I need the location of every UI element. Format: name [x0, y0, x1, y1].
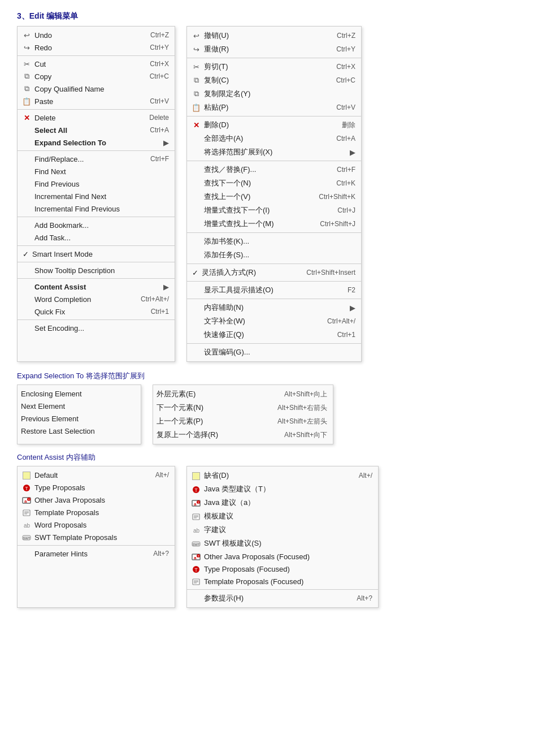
smartinsert-label: Smart Insert Mode: [32, 250, 169, 258]
svg-text:SWT: SWT: [192, 543, 200, 546]
expand-restore[interactable]: Restore Last Selection: [18, 425, 141, 437]
menu-item-addtask-cn[interactable]: 添加任务(S)...: [187, 248, 361, 262]
expand-restore-cn[interactable]: 复原上一个选择(R) Alt+Shift+向下: [153, 428, 333, 442]
expand-enclosing[interactable]: Enclosing Element: [18, 387, 141, 400]
menu-item-redo[interactable]: ↪ Redo Ctrl+Y: [18, 41, 175, 54]
menu-item-smartinsert[interactable]: ✓ Smart Insert Mode: [18, 248, 175, 260]
sep-cn-5: [187, 263, 361, 264]
menu-item-copyq[interactable]: ⧉ Copy Qualified Name: [18, 83, 175, 95]
ca-sep-left: [18, 545, 175, 546]
cut-label: Cut: [34, 60, 138, 68]
menu-item-findnext-cn[interactable]: 查找下一个(N) Ctrl+K: [187, 176, 361, 190]
menu-item-wordcompletion[interactable]: Word Completion Ctrl+Alt+/: [18, 293, 175, 305]
menu-item-undo[interactable]: ↩ Undo Ctrl+Z: [18, 29, 175, 41]
undo-shortcut: Ctrl+Z: [150, 31, 169, 39]
ca-template-focused[interactable]: Template Proposals (Focused): [187, 575, 378, 587]
smartinsert-cn-shortcut: Ctrl+Shift+Insert: [306, 269, 355, 277]
menu-item-expandsel[interactable]: Expand Selection To ▶: [18, 136, 175, 149]
next-element-cn-shortcut: Alt+Shift+右箭头: [277, 403, 327, 413]
expand-prev-cn[interactable]: 上一个元素(P) Alt+Shift+左箭头: [153, 414, 333, 428]
menu-item-paste[interactable]: 📋 Paste Ctrl+V: [18, 95, 175, 107]
other-java-focused-label: Other Java Proposals (Focused): [204, 552, 372, 561]
menu-item-delete-cn[interactable]: ✕ 删除(D) 删除: [187, 118, 361, 132]
swt-template-proposals-label: SWT Template Proposals: [34, 533, 169, 542]
menu-item-findprev-cn[interactable]: 查找上一个(V) Ctrl+Shift+K: [187, 190, 361, 204]
copy-cn-shortcut: Ctrl+C: [336, 76, 355, 84]
ca-default-cn[interactable]: 缺省(D) Alt+/: [187, 469, 378, 482]
redo-icon: ↪: [21, 44, 32, 52]
menu-item-showtooltip-cn[interactable]: 显示工具提示描述(O) F2: [187, 283, 361, 297]
ca-parameter-hints[interactable]: Parameter Hints Alt+?: [18, 547, 175, 560]
findprev-label: Find Previous: [34, 180, 169, 188]
findnext-label: Find Next: [34, 167, 169, 176]
ca-template-cn[interactable]: 模板建议: [187, 509, 378, 523]
menu-item-selectall[interactable]: Select All Ctrl+A: [18, 124, 175, 136]
ca-other-java-proposals[interactable]: a T Other Java Proposals: [18, 494, 175, 506]
ca-type-proposals[interactable]: T Type Proposals: [18, 481, 175, 494]
ca-template-proposals[interactable]: Template Proposals: [18, 506, 175, 519]
menu-item-copyq-cn[interactable]: ⧉ 复制限定名(Y): [187, 87, 361, 101]
menu-item-findnext[interactable]: Find Next: [18, 165, 175, 178]
expand-next-cn[interactable]: 下一个元素(N) Alt+Shift+右箭头: [153, 401, 333, 414]
delete-icon: ✕: [21, 114, 32, 122]
sep-cn-8: [187, 343, 361, 344]
menu-item-undo-cn[interactable]: ↩ 撤销(U) Ctrl+Z: [187, 29, 361, 42]
ca-swt-template-proposals[interactable]: SWT SWT Template Proposals: [18, 531, 175, 543]
menu-item-addbookmark[interactable]: Add Bookmark...: [18, 219, 175, 231]
expand-enclosing-cn[interactable]: 外层元素(E) Alt+Shift+向上: [153, 387, 333, 401]
menu-item-addbookmark-cn[interactable]: 添加书签(K)...: [187, 235, 361, 248]
menu-item-incfindprev-cn[interactable]: 增量式查找上一个(M) Ctrl+Shift+J: [187, 217, 361, 231]
prev-element-cn-shortcut: Alt+Shift+左箭头: [277, 417, 327, 426]
ca-parameter-hints-cn[interactable]: 参数提示(H) Alt+?: [187, 591, 378, 605]
edit-menu-chinese: ↩ 撤销(U) Ctrl+Z ↪ 重做(R) Ctrl+Y ✂ 剪切(T) Ct…: [186, 26, 362, 362]
menu-item-quickfix[interactable]: Quick Fix Ctrl+1: [18, 305, 175, 318]
menu-item-paste-cn[interactable]: 📋 粘贴(P) Ctrl+V: [187, 101, 361, 114]
ca-java-other-cn[interactable]: a T Java 建议（a）: [187, 496, 378, 509]
menu-item-findreplace[interactable]: Find/Replace... Ctrl+F: [18, 153, 175, 165]
menu-item-incfindnext-cn[interactable]: 增量式查找下一个(I) Ctrl+J: [187, 204, 361, 217]
menu-item-expandsel-cn[interactable]: 将选择范围扩展到(X) ▶: [187, 145, 361, 159]
cut-icon: ✂: [21, 60, 32, 68]
showtooltip-cn-shortcut: F2: [348, 286, 355, 294]
cut-shortcut: Ctrl+X: [150, 60, 169, 68]
svg-text:T: T: [194, 567, 198, 573]
menu-item-wordcompletion-cn[interactable]: 文字补全(W) Ctrl+Alt+/: [187, 314, 361, 328]
expand-next[interactable]: Next Element: [18, 400, 141, 412]
menu-item-cut-cn[interactable]: ✂ 剪切(T) Ctrl+X: [187, 60, 361, 74]
ca-type-focused[interactable]: T Type Proposals (Focused): [187, 563, 378, 575]
ca-word-cn[interactable]: ab 字建议: [187, 523, 378, 537]
menu-item-quickfix-cn[interactable]: 快速修正(Q) Ctrl+1: [187, 328, 361, 342]
menu-item-cut[interactable]: ✂ Cut Ctrl+X: [18, 58, 175, 70]
content-assist-label: Content Assist 内容辅助: [17, 452, 517, 463]
menu-item-selectall-cn[interactable]: 全部选中(A) Ctrl+A: [187, 132, 361, 145]
copy-icon: ⧉: [21, 72, 32, 81]
paste-label: Paste: [34, 97, 138, 106]
cut-cn-label: 剪切(T): [204, 62, 325, 72]
expand-prev[interactable]: Previous Element: [18, 412, 141, 425]
menu-item-showtooltip[interactable]: Show Tooltip Description: [18, 264, 175, 277]
edit-menu-english: ↩ Undo Ctrl+Z ↪ Redo Ctrl+Y ✂ Cut Ctrl+X…: [17, 26, 175, 362]
menu-item-addtask[interactable]: Add Task...: [18, 231, 175, 244]
menu-item-redo-cn[interactable]: ↪ 重做(R) Ctrl+Y: [187, 42, 361, 56]
menu-item-setencoding-cn[interactable]: 设置编码(G)...: [187, 345, 361, 359]
menu-item-incfindnext[interactable]: Incremental Find Next: [18, 190, 175, 202]
menu-item-contentassist-cn[interactable]: 内容辅助(N) ▶: [187, 301, 361, 314]
menu-item-contentassist[interactable]: Content Assist ▶: [18, 280, 175, 293]
menu-item-copy[interactable]: ⧉ Copy Ctrl+C: [18, 70, 175, 83]
ca-other-java-focused[interactable]: a T Other Java Proposals (Focused): [187, 550, 378, 563]
showtooltip-cn-label: 显示工具提示描述(O): [204, 285, 336, 295]
ca-java-type-cn[interactable]: T Java 类型建议（T）: [187, 482, 378, 496]
menu-item-findreplace-cn[interactable]: 查找／替换(F)... Ctrl+F: [187, 163, 361, 176]
menu-item-setencoding[interactable]: Set Encoding...: [18, 322, 175, 334]
menu-item-findprev[interactable]: Find Previous: [18, 178, 175, 190]
menu-item-delete[interactable]: ✕ Delete Delete: [18, 111, 175, 124]
sep5: [18, 245, 175, 246]
ca-default[interactable]: Default Alt+/: [18, 469, 175, 481]
menu-item-smartinsert-cn[interactable]: ✓ 灵活插入方式(R) Ctrl+Shift+Insert: [187, 266, 361, 279]
ca-swt-cn[interactable]: SWT SWT 模板建议(S): [187, 537, 378, 550]
svg-text:ab: ab: [193, 528, 200, 534]
menu-item-copy-cn[interactable]: ⧉ 复制(C) Ctrl+C: [187, 74, 361, 87]
menu-item-incfindprev[interactable]: Incremental Find Previous: [18, 202, 175, 215]
ca-word-proposals[interactable]: ab Word Proposals: [18, 519, 175, 531]
svg-text:T: T: [197, 555, 199, 558]
